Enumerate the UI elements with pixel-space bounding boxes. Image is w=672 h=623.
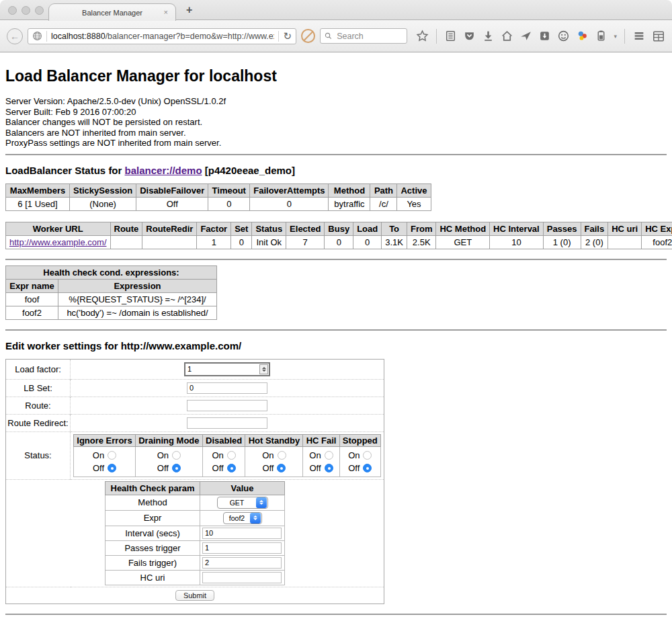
back-button[interactable]: ← <box>7 28 23 44</box>
select-stepper-icon <box>256 497 267 508</box>
bookmark-star-icon[interactable] <box>416 30 429 42</box>
fails-row: Fails trigger) <box>106 555 285 570</box>
route-input[interactable] <box>187 400 267 411</box>
server-built: Server Built: Feb 9 2016 07:00:20 <box>5 107 667 118</box>
new-tab-button[interactable]: + <box>186 4 192 16</box>
route-redirect-input[interactable] <box>187 417 267 429</box>
fails-input[interactable] <box>202 557 282 569</box>
col-busy: Busy <box>325 222 353 235</box>
save-page-icon[interactable] <box>538 30 551 42</box>
col-stickysession: StickySession <box>70 183 136 197</box>
col-routeredir: RouteRedir <box>142 222 197 235</box>
col-status: Status <box>252 222 286 235</box>
tab-balancer-manager[interactable]: Balancer Manager × <box>48 3 176 21</box>
toolbar-divider2 <box>624 29 625 44</box>
address-text[interactable]: localhost:8880/balancer-manager?b=demo&w… <box>51 32 274 41</box>
extension-colored-dots-icon[interactable] <box>576 30 589 42</box>
server-version: Server Version: Apache/2.5.0-dev (Unix) … <box>5 96 667 107</box>
col-factor: Factor <box>197 222 231 235</box>
hc-uri-label: HC uri <box>106 570 200 585</box>
radio-stopped-off[interactable] <box>363 464 372 472</box>
off-label: Off <box>309 462 321 474</box>
path-value: /c/ <box>370 197 397 210</box>
lb-set-input[interactable] <box>187 382 267 394</box>
send-tab-icon[interactable] <box>519 30 532 42</box>
radio-stopped-on[interactable] <box>363 451 372 460</box>
balancer-demo-link[interactable]: balancer://demo <box>125 165 202 176</box>
radio-hot-standby-off[interactable] <box>277 464 286 472</box>
content-blocked-icon[interactable] <box>301 29 315 43</box>
fails-label: Fails trigger) <box>106 555 200 570</box>
edit-worker-heading: Edit worker settings for http://www.exam… <box>5 340 667 351</box>
menu-hamburger-icon[interactable] <box>632 30 646 42</box>
chevron-down-icon[interactable]: ▾ <box>614 33 617 40</box>
radio-hc-fail-on[interactable] <box>325 451 333 460</box>
expr-value: hc('body') =~ /domain is established/ <box>58 306 217 319</box>
hc-uri-row: HC uri <box>106 570 285 585</box>
hc-fail-radios: On Off <box>303 446 339 476</box>
fails-value: 2 (0) <box>581 235 608 249</box>
downloads-icon[interactable] <box>482 30 495 42</box>
radio-disabled-off[interactable] <box>227 464 236 472</box>
hc-uri-input[interactable] <box>202 572 282 583</box>
hc-uri-value <box>608 235 642 249</box>
search-input[interactable] <box>335 31 403 42</box>
on-label: On <box>262 449 274 462</box>
col-from: From <box>407 222 436 235</box>
pocket-icon[interactable] <box>463 30 476 42</box>
radio-disabled-on[interactable] <box>227 451 236 460</box>
method-select[interactable]: GET <box>217 497 268 509</box>
divider4 <box>5 614 667 615</box>
expr-select[interactable]: foof2 <box>223 512 262 524</box>
active-value: Yes <box>397 197 431 210</box>
col-maxmembers: MaxMembers <box>6 183 70 197</box>
window-controls <box>8 6 44 15</box>
route-redirect-label: Route Redirect: <box>6 414 71 431</box>
divider2 <box>5 259 667 260</box>
draining-mode-radios: On Off <box>135 446 202 476</box>
status-value: Init Ok <box>252 235 286 249</box>
passes-label: Passes trigger <box>106 540 200 555</box>
radio-hot-standby-on[interactable] <box>278 451 286 460</box>
close-window-button[interactable] <box>8 6 17 15</box>
radio-draining-mode-on[interactable] <box>172 451 181 460</box>
expr-row-foof2: foof2 hc('body') =~ /domain is establish… <box>6 306 217 319</box>
route-value <box>110 235 142 249</box>
on-label: On <box>157 449 169 462</box>
col-active: Active <box>397 183 431 197</box>
url-bar[interactable]: localhost:8880/balancer-manager?b=demo&w… <box>28 28 296 44</box>
number-spinner-icon[interactable] <box>259 364 268 374</box>
off-label: Off <box>93 462 104 474</box>
battery-extension-icon[interactable] <box>595 30 607 42</box>
radio-ignore-errors-on[interactable] <box>108 451 116 460</box>
radio-hc-fail-off[interactable] <box>325 464 333 472</box>
radio-draining-mode-off[interactable] <box>172 464 181 472</box>
interval-row: Interval (secs) <box>106 526 285 540</box>
col-hot-standby: Hot Standby <box>245 434 303 446</box>
bookmarks-list-icon[interactable] <box>444 30 457 42</box>
col-passes: Passes <box>543 222 581 235</box>
on-label: On <box>212 449 223 462</box>
close-tab-icon[interactable]: × <box>164 9 168 16</box>
col-hc-fail: HC Fail <box>303 434 339 446</box>
zoom-window-button[interactable] <box>35 6 44 15</box>
interval-input[interactable] <box>202 528 282 539</box>
col-disablefailover: DisableFailover <box>136 183 208 197</box>
edit-worker-form: Load factor: LB Set: Route: Route Redire… <box>5 359 384 604</box>
method-selected-value: GET <box>222 499 255 507</box>
worker-url-link[interactable]: http://www.example.com/ <box>9 237 107 247</box>
off-label: Off <box>262 462 274 474</box>
minimize-window-button[interactable] <box>22 6 30 15</box>
reload-icon[interactable]: ↻ <box>283 31 292 41</box>
feedback-smiley-icon[interactable] <box>557 30 570 42</box>
submit-button[interactable]: Submit <box>175 590 214 601</box>
load-factor-input[interactable] <box>186 365 259 373</box>
passes-input[interactable] <box>202 542 282 554</box>
col-disabled: Disabled <box>202 434 245 446</box>
passes-value: 1 (0) <box>543 235 581 249</box>
search-bar[interactable] <box>320 28 407 44</box>
radio-ignore-errors-off[interactable] <box>108 464 116 472</box>
home-icon[interactable] <box>501 30 513 42</box>
status-heading-prefix: LoadBalancer Status for <box>5 165 125 176</box>
reader-grid-icon[interactable] <box>652 30 665 43</box>
